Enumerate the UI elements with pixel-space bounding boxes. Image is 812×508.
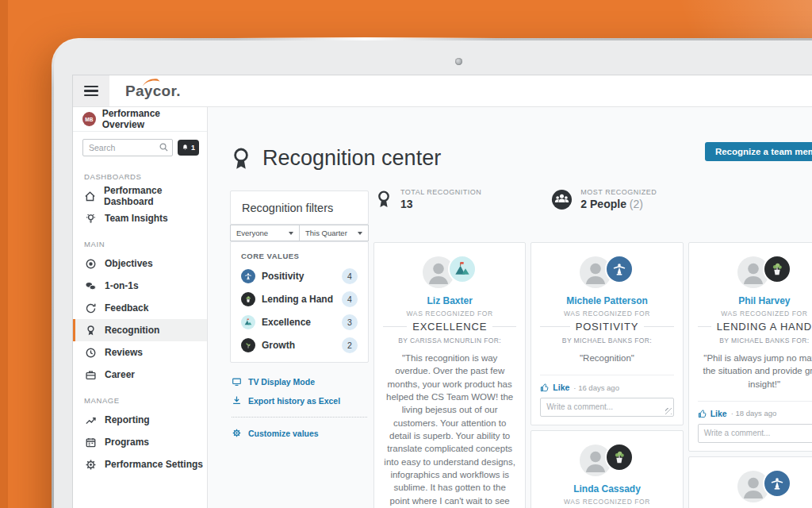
chevron-down-icon bbox=[358, 232, 362, 235]
history-clock-icon bbox=[84, 347, 97, 359]
notification-count: 1 bbox=[191, 144, 195, 152]
recognition-quote: "Phil is always jump no matter the situa… bbox=[698, 352, 812, 391]
recognize-team-member-button[interactable]: Recognize a team member bbox=[705, 142, 812, 161]
sidebar-item-label: Performance Settings bbox=[105, 459, 203, 470]
recipient-name-link[interactable]: Linda Cassady bbox=[540, 483, 673, 495]
download-icon bbox=[232, 395, 242, 406]
recognition-quote: "Recognition" bbox=[540, 352, 673, 364]
sidebar-item-label: 1-on-1s bbox=[105, 280, 139, 291]
section-label-dashboards: DASHBOARDS bbox=[73, 162, 207, 185]
core-value-growth[interactable]: Growth 2 bbox=[241, 333, 358, 356]
recipient-name-link[interactable]: Phil Harvey bbox=[698, 295, 812, 306]
core-value-excellence[interactable]: Excellence 3 bbox=[241, 310, 358, 333]
positivity-icon bbox=[605, 255, 634, 283]
excellence-icon bbox=[448, 255, 477, 283]
sidebar-item-label: Programs bbox=[105, 437, 149, 448]
thumb-up-icon bbox=[540, 383, 550, 392]
count-badge: 2 bbox=[342, 337, 358, 353]
gear-icon bbox=[84, 459, 97, 471]
timestamp: · 18 days ago bbox=[731, 409, 777, 418]
logo-swoosh-icon bbox=[142, 79, 161, 87]
audience-filter-select[interactable]: Everyone bbox=[230, 225, 300, 241]
like-button[interactable]: Like bbox=[540, 383, 569, 392]
calendar-icon bbox=[84, 437, 97, 448]
sidebar-item-label: Performance Dashboard bbox=[104, 185, 207, 207]
core-value-positivity[interactable]: Positivity 4 bbox=[241, 264, 358, 287]
sidebar-item-performance-settings[interactable]: Performance Settings bbox=[73, 453, 207, 475]
sidebar-item-recognition[interactable]: Recognition bbox=[73, 319, 207, 341]
sidebar-item-team-insights[interactable]: Team Insights bbox=[73, 207, 207, 229]
sidebar-header[interactable]: MB Performance Overview bbox=[73, 107, 207, 132]
chevron-down-icon bbox=[289, 232, 293, 235]
sidebar-item-performance-dashboard[interactable]: Performance Dashboard bbox=[73, 185, 207, 207]
sidebar-nav: DASHBOARDS Performance Dashboard Team I bbox=[73, 162, 207, 475]
export-excel-link[interactable]: Export history as Excel bbox=[232, 395, 367, 406]
recognition-quote: "This recognition is way overdue. Over t… bbox=[383, 352, 516, 508]
stats-row: TOTAL RECOGNITION 13 bbox=[375, 188, 812, 210]
background-shade bbox=[0, 0, 8, 508]
ribbon-icon bbox=[84, 325, 97, 337]
count-badge: 4 bbox=[342, 268, 358, 284]
core-value-lending-a-hand[interactable]: Lending a Hand 4 bbox=[241, 287, 358, 310]
sidebar-item-label: Feedback bbox=[105, 302, 148, 314]
comment-input[interactable] bbox=[540, 398, 673, 417]
screen: Paycor. MB Performance Overview bbox=[73, 75, 812, 508]
recipient-name-link[interactable]: Michele Patterson bbox=[540, 295, 673, 306]
hamburger-menu-icon[interactable] bbox=[73, 75, 109, 106]
customize-values-link[interactable]: Customize values bbox=[232, 428, 367, 438]
sidebar-item-reporting[interactable]: Reporting bbox=[73, 409, 207, 431]
recipient-name-link[interactable]: Liz Baxter bbox=[383, 295, 516, 306]
ribbon-icon bbox=[230, 147, 252, 171]
recognition-card-michele-patterson: Michele Patterson WAS RECOGNIZED FOR POS… bbox=[530, 242, 683, 425]
stat-most-recognized: MOST RECOGNIZED 2 People (2) bbox=[551, 188, 657, 210]
sidebar-item-career[interactable]: Career bbox=[73, 364, 207, 386]
monitor-frame: Paycor. MB Performance Overview bbox=[52, 38, 812, 508]
sidebar-item-label: Objectives bbox=[105, 258, 153, 269]
sidebar-item-programs[interactable]: Programs bbox=[73, 431, 207, 453]
sidebar-item-reviews[interactable]: Reviews bbox=[73, 341, 207, 364]
recognition-card-ashtin-peterson: Ashtin Peterson WAS RECOGNIZED FOR POSIT… bbox=[688, 456, 812, 508]
tv-display-mode-link[interactable]: TV Display Mode bbox=[232, 377, 367, 387]
bell-icon bbox=[182, 144, 189, 152]
ribbon-icon bbox=[375, 189, 393, 210]
core-values-label: CORE VALUES bbox=[241, 252, 358, 260]
notifications-button[interactable]: 1 bbox=[178, 140, 199, 156]
recognition-cards: Liz Baxter WAS RECOGNIZED FOR EXCELLENCE… bbox=[373, 242, 812, 508]
sidebar-item-label: Reporting bbox=[105, 414, 150, 425]
section-label-manage: MANAGE bbox=[73, 386, 207, 409]
value-name: EXCELLENCE bbox=[383, 321, 516, 333]
sidebar-item-feedback[interactable]: Feedback bbox=[73, 297, 207, 319]
excellence-icon bbox=[241, 315, 255, 329]
sidebar-item-objectives[interactable]: Objectives bbox=[73, 252, 207, 275]
topbar: Paycor. bbox=[73, 75, 812, 107]
period-filter-select[interactable]: This Quarter bbox=[299, 225, 369, 241]
paycor-logo: Paycor. bbox=[125, 83, 181, 100]
lending-a-hand-icon bbox=[763, 255, 791, 283]
briefcase-icon bbox=[84, 369, 97, 381]
webcam-dot bbox=[455, 58, 462, 65]
stat-total-recognition: TOTAL RECOGNITION 13 bbox=[375, 188, 481, 210]
feedback-loop-icon bbox=[84, 302, 97, 314]
core-values-panel: CORE VALUES Positivity 4 bbox=[230, 241, 369, 363]
target-icon bbox=[84, 258, 97, 270]
timestamp: · 16 days ago bbox=[573, 383, 619, 392]
comment-input[interactable] bbox=[698, 424, 812, 443]
recognition-card-liz-baxter: Liz Baxter WAS RECOGNIZED FOR EXCELLENCE… bbox=[373, 242, 526, 508]
value-name: POSITIVITY bbox=[540, 321, 673, 333]
sidebar: MB Performance Overview bbox=[73, 107, 208, 508]
sidebar-title: Performance Overview bbox=[102, 108, 197, 130]
recognition-card-phil-harvey: Phil Harvey WAS RECOGNIZED FOR LENDING A… bbox=[688, 242, 812, 452]
filters-title: Recognition filters bbox=[230, 190, 369, 225]
avatar: MB bbox=[82, 112, 96, 126]
monitor-bezel: Paycor. MB Performance Overview bbox=[54, 40, 812, 508]
count-badge: 3 bbox=[342, 314, 358, 330]
resize-handle[interactable] bbox=[665, 408, 672, 414]
divider bbox=[232, 417, 367, 418]
positivity-icon bbox=[763, 469, 791, 498]
value-name: LENDING A HAND bbox=[698, 321, 812, 333]
sidebar-item-1-on-1s[interactable]: 1-on-1s bbox=[73, 275, 207, 297]
like-button[interactable]: Like bbox=[698, 409, 727, 418]
main-content: Recognition center Recognize a team memb… bbox=[208, 107, 812, 508]
trend-line-icon bbox=[84, 414, 97, 426]
section-label-main: MAIN bbox=[73, 229, 207, 252]
